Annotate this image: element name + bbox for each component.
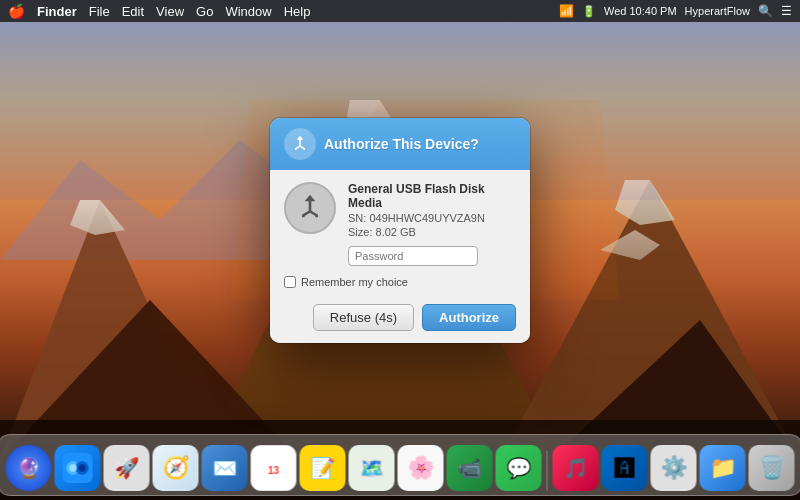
dialog-titlebar: Authorize This Device?: [270, 118, 530, 170]
dialog-title: Authorize This Device?: [324, 136, 479, 152]
remember-row: Remember my choice: [284, 276, 516, 288]
desktop: 🍎 Finder File Edit View Go Window Help 📶…: [0, 0, 800, 500]
dialog-overlay: Authorize This Device? General USB Flash…: [0, 0, 800, 500]
usb-icon: [284, 182, 336, 234]
device-info-row: General USB Flash Disk Media SN: 049HHWC…: [284, 182, 516, 266]
remember-checkbox[interactable]: [284, 276, 296, 288]
authorize-button[interactable]: Authorize: [422, 304, 516, 331]
device-size: Size: 8.02 GB: [348, 226, 516, 238]
device-name: General USB Flash Disk Media: [348, 182, 516, 210]
refuse-button[interactable]: Refuse (4s): [313, 304, 414, 331]
authorize-dialog: Authorize This Device? General USB Flash…: [270, 118, 530, 343]
dialog-body: General USB Flash Disk Media SN: 049HHWC…: [270, 170, 530, 343]
device-details: General USB Flash Disk Media SN: 049HHWC…: [348, 182, 516, 266]
password-input[interactable]: [348, 246, 478, 266]
usb-icon-title: [284, 128, 316, 160]
dialog-buttons: Refuse (4s) Authorize: [284, 300, 516, 331]
device-sn: SN: 049HHWC49UYVZA9N: [348, 212, 516, 224]
remember-label[interactable]: Remember my choice: [301, 276, 408, 288]
